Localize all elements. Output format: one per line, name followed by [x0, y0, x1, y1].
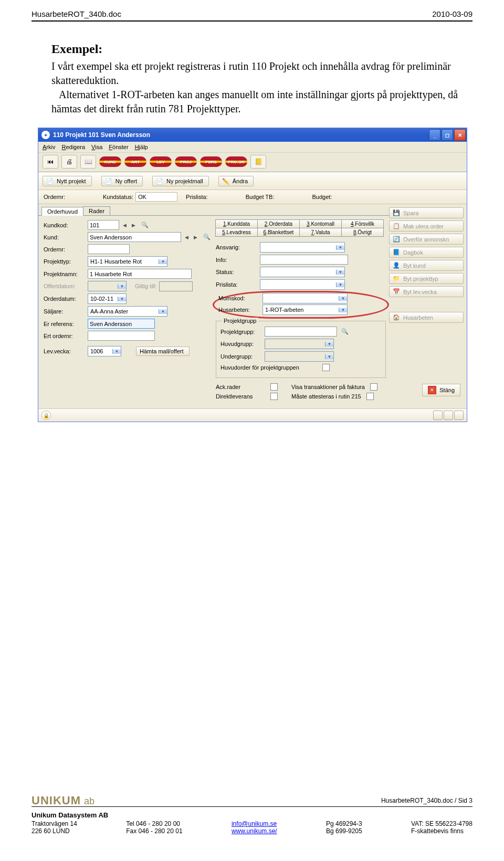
- print-icon[interactable]: 🖨: [61, 155, 77, 169]
- ordernr-input[interactable]: [88, 244, 130, 254]
- subtab-4[interactable]: 4.Försvillk: [341, 219, 384, 228]
- status-btn-1[interactable]: [433, 411, 443, 420]
- prislista-dropdown[interactable]: ▼: [260, 279, 345, 290]
- book-icon: 📘: [393, 249, 400, 256]
- pill-lev[interactable]: LEV: [150, 156, 172, 167]
- subtab-3[interactable]: 3.Kontomall: [299, 219, 342, 228]
- addr2: 226 60 LUND: [32, 827, 77, 835]
- mail-link[interactable]: info@unikum.se: [232, 820, 277, 827]
- stang-button[interactable]: ✕Stäng: [422, 384, 460, 396]
- subtab-5[interactable]: 5.Levadress: [215, 228, 258, 237]
- next-icon[interactable]: ▶: [130, 223, 137, 228]
- pill-kund[interactable]: KUND: [99, 156, 121, 167]
- status-btn-3[interactable]: [454, 411, 464, 420]
- huvudorder-checkbox[interactable]: [322, 364, 330, 371]
- ansvarig-dropdown[interactable]: ▼: [260, 242, 345, 253]
- subtab-2[interactable]: 2.Orderdata: [257, 219, 300, 228]
- search-icon[interactable]: 🔍: [141, 222, 149, 228]
- menu-arkiv[interactable]: Arkiv: [43, 144, 55, 150]
- form-area: Kundkod:101◀▶🔍 Kund:Sven Andersson◀▶🔍 Or…: [38, 215, 389, 408]
- kund-input[interactable]: Sven Andersson: [88, 232, 181, 242]
- prev-icon[interactable]: ◀: [183, 235, 190, 240]
- minimize-button[interactable]: _: [429, 129, 440, 141]
- book-icon[interactable]: 📖: [80, 155, 96, 169]
- husarbeten-dropdown[interactable]: 1-ROT-arbeten▼: [262, 304, 348, 315]
- chevron-down-icon: ▼: [159, 259, 167, 264]
- projekttyp-dropdown[interactable]: H1-1 Husarbete Rot▼: [88, 256, 167, 267]
- nav-first-icon[interactable]: ⏮: [43, 155, 58, 169]
- chevron-down-icon: ▼: [336, 270, 344, 275]
- orderdatum-dropdown[interactable]: 10-02-11▼: [88, 293, 127, 304]
- subtab-1[interactable]: 1.Kunddata: [215, 219, 258, 228]
- pill-pers[interactable]: PERS: [200, 156, 222, 167]
- menu-fonster[interactable]: Fönster: [109, 144, 128, 150]
- giltig-label: Giltig till:: [135, 283, 157, 289]
- pill-art[interactable]: ART: [124, 156, 146, 167]
- prislista-top-value: [210, 193, 237, 201]
- menu-hjalp[interactable]: Hjälp: [135, 144, 148, 150]
- log-icon[interactable]: 📒: [250, 155, 266, 169]
- andra-button[interactable]: ✏️Ändra: [218, 176, 254, 186]
- status-btn-2[interactable]: [444, 411, 453, 420]
- kundkod-input[interactable]: 101: [88, 220, 119, 230]
- window-title: 110 Projekt 101 Sven Andersson: [53, 131, 429, 139]
- info-input[interactable]: [260, 255, 348, 265]
- menu-redigera[interactable]: Redigera: [61, 144, 85, 150]
- subtab-7[interactable]: 7.Valuta: [299, 228, 342, 237]
- nytt-projekt-button[interactable]: 📄Nytt projekt: [43, 176, 92, 186]
- vat: VAT: SE 556223-4798: [411, 820, 472, 827]
- edit-icon: ✏️: [222, 177, 229, 185]
- close-button[interactable]: ✕: [454, 129, 466, 141]
- lev-dropdown[interactable]: 1006▼: [88, 346, 121, 356]
- pill-progr[interactable]: PRO.GR: [225, 156, 247, 167]
- chevron-down-icon: ▼: [118, 284, 126, 289]
- projektnamn-input[interactable]: 1 Husarbete Rot: [88, 269, 192, 279]
- chevron-down-icon: ▼: [339, 308, 347, 312]
- ny-offert-button[interactable]: 📄Ny offert: [101, 176, 143, 186]
- kundstatus-label: Kundstatus:: [103, 194, 133, 200]
- paragraph-2: Alternativet 1-ROT-arbeten kan anges man…: [51, 88, 465, 116]
- ack-label: Ack.rader: [216, 384, 268, 390]
- ertorder-label: Ert ordernr:: [44, 333, 86, 339]
- hamta-button[interactable]: Hämta mall/offert: [136, 346, 190, 356]
- maste-label: Måste attesteras i rutin 215: [291, 393, 361, 400]
- visa-checkbox[interactable]: [370, 383, 377, 391]
- menu-visa[interactable]: Visa: [91, 144, 102, 150]
- status-dropdown[interactable]: ▼: [260, 267, 345, 277]
- next-icon[interactable]: ▶: [192, 235, 199, 240]
- budget-label: Budget:: [312, 194, 332, 200]
- subtab-8[interactable]: 8.Övrigt: [341, 228, 384, 237]
- logo-text: UNIKUM: [32, 794, 81, 807]
- makulera-button: 📋Mak ulera order: [389, 220, 464, 232]
- erref-input[interactable]: Sven Andersson: [88, 319, 155, 329]
- huvudorder-label: Huvudorder för projektgruppen: [220, 364, 320, 371]
- saljare-dropdown[interactable]: AA-Anna Aster▼: [88, 306, 167, 317]
- search-icon[interactable]: 🔍: [341, 328, 349, 335]
- pill-proj[interactable]: PROJ: [175, 156, 197, 167]
- app-window: ✦ 110 Projekt 101 Sven Andersson _ ◻ ✕ A…: [38, 128, 467, 422]
- orderdatum-label: Orderdatum:: [44, 296, 86, 302]
- projektgrupp-fieldset: Projektgrupp Projektgrupp:🔍 Huvudgrupp:▼…: [216, 321, 386, 378]
- tab-rader[interactable]: Rader: [83, 206, 110, 215]
- prev-icon[interactable]: ◀: [121, 223, 128, 228]
- prislista-top-label: Prislista:: [186, 194, 208, 200]
- projektgrupp-input[interactable]: [265, 327, 337, 337]
- bg: Bg 699-9205: [326, 827, 362, 835]
- search-icon[interactable]: 🔍: [203, 234, 211, 240]
- momskod-dropdown[interactable]: ▼: [262, 293, 348, 303]
- tab-orderhuvud[interactable]: Orderhuvud: [41, 207, 83, 216]
- lev-label: Lev.vecka:: [44, 348, 86, 354]
- web-link[interactable]: www.unikum.se/: [232, 827, 277, 835]
- ertorder-input[interactable]: [88, 331, 155, 341]
- maximize-button[interactable]: ◻: [442, 129, 453, 141]
- ack-checkbox[interactable]: [270, 383, 278, 391]
- direkt-checkbox[interactable]: [270, 393, 278, 400]
- husarbeten-button: 🏠Husarbeten: [389, 312, 464, 323]
- ny-projektmall-button[interactable]: 📄Ny projektmall: [152, 176, 209, 186]
- doc-icon: 📋: [393, 223, 400, 229]
- titlebar[interactable]: ✦ 110 Projekt 101 Sven Andersson _ ◻ ✕: [38, 128, 467, 142]
- subtab-6[interactable]: 6.Blankettset: [257, 228, 300, 237]
- maste-checkbox[interactable]: [366, 393, 374, 400]
- giltig-input: [159, 281, 193, 291]
- form-tabs: Orderhuvud Rader: [41, 206, 389, 215]
